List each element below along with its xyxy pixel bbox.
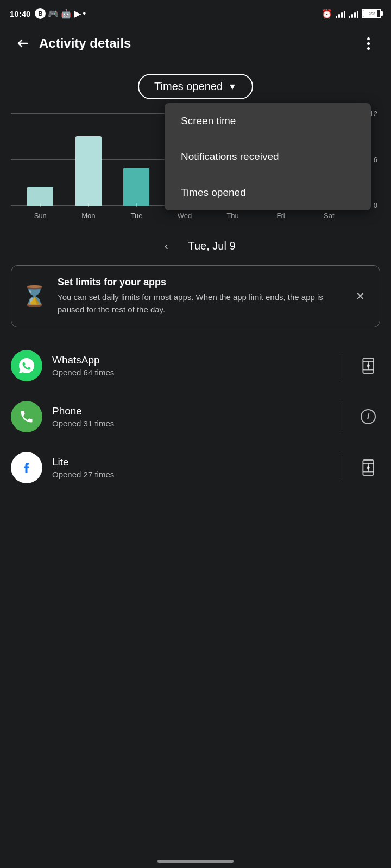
- prev-date-button[interactable]: ‹: [155, 235, 177, 257]
- x-labels: Sun Mon Tue Wed Thu Fri Sat: [11, 212, 358, 220]
- x-tick: [65, 203, 113, 207]
- signal-bars-2: [349, 9, 358, 18]
- facebook-icon: [11, 452, 42, 483]
- bar-mon: [65, 136, 113, 206]
- x-label-wed: Wed: [161, 212, 209, 220]
- x-label-thu: Thu: [209, 212, 257, 220]
- app-name: Phone: [52, 405, 327, 417]
- app-stat: Opened 64 times: [52, 368, 327, 377]
- signal-bar: [357, 11, 358, 18]
- app-limit-button[interactable]: [356, 354, 380, 378]
- app-stat: Opened 31 times: [52, 419, 327, 428]
- app-limit-button[interactable]: [356, 456, 380, 480]
- divider: [342, 403, 343, 430]
- home-indicator: [157, 860, 234, 863]
- page-title: Activity details: [39, 36, 356, 51]
- status-icons: B 🎮 🤖 ▶ •: [35, 8, 86, 19]
- battery-icon: 22: [362, 9, 381, 18]
- svg-marker-14: [367, 468, 370, 470]
- more-dot: [367, 37, 370, 40]
- svg-marker-5: [367, 363, 370, 366]
- divider: [342, 352, 343, 379]
- alarm-icon: ⏰: [321, 9, 332, 19]
- hourglass-icon: ⌛: [22, 285, 47, 308]
- dropdown-item-screen-time[interactable]: Screen time: [165, 103, 371, 139]
- selector-container: Times opened ▼ Screen time Notifications…: [0, 74, 391, 99]
- signal-bar: [351, 14, 353, 18]
- more-button[interactable]: [356, 31, 380, 55]
- x-label-tue: Tue: [112, 212, 161, 220]
- info-circle-icon: i: [361, 409, 376, 424]
- x-label-mon: Mon: [65, 212, 113, 220]
- x-label-sun: Sun: [16, 212, 65, 220]
- bar: [75, 136, 102, 206]
- divider: [342, 454, 343, 481]
- toolbar: Activity details: [0, 26, 391, 61]
- signal-bar: [338, 14, 340, 18]
- x-tick: [112, 203, 161, 207]
- bar: [27, 187, 53, 206]
- status-left: 10:40 B 🎮 🤖 ▶ •: [10, 8, 86, 19]
- more-dot: [367, 42, 370, 45]
- chevron-left-icon: ‹: [165, 240, 168, 252]
- dropdown-item-label: Times opened: [181, 187, 246, 198]
- y-label-6: 6: [374, 156, 377, 164]
- phone-icon: [11, 401, 42, 432]
- signal-bar: [349, 16, 350, 18]
- back-button[interactable]: [11, 31, 35, 55]
- list-item: Lite Opened 27 times: [0, 442, 391, 493]
- limit-content: Set limits for your apps You can set dai…: [58, 277, 340, 316]
- signal-bar: [341, 12, 343, 18]
- dropdown-item-notifications[interactable]: Notifications received: [165, 139, 371, 175]
- list-item: WhatsApp Opened 64 times: [0, 340, 391, 391]
- app-info: Lite Opened 27 times: [52, 456, 327, 479]
- youtube-icon: ▶: [74, 9, 80, 19]
- signal-bar: [344, 11, 345, 18]
- limit-description: You can set daily limits for most apps. …: [58, 291, 340, 316]
- app-info: Phone Opened 31 times: [52, 405, 327, 428]
- chevron-down-icon: ▼: [228, 82, 237, 92]
- app-info: WhatsApp Opened 64 times: [52, 354, 327, 377]
- dropdown-item-times-opened[interactable]: Times opened: [165, 175, 371, 210]
- selector-label: Times opened: [154, 80, 223, 93]
- y-label-0: 0: [374, 201, 377, 209]
- app-info-button[interactable]: i: [356, 405, 380, 429]
- app-name: WhatsApp: [52, 354, 327, 366]
- date-navigation: ‹ Tue, Jul 9: [0, 222, 391, 265]
- bar-sun: [16, 187, 65, 206]
- metric-selector[interactable]: Times opened ▼: [138, 74, 253, 99]
- app-list: WhatsApp Opened 64 times Phone Opened: [0, 340, 391, 515]
- app-name: Lite: [52, 456, 327, 468]
- bar: [123, 168, 149, 206]
- more-dot: [367, 47, 370, 50]
- limit-card: ⌛ Set limits for your apps You can set d…: [11, 265, 380, 327]
- limit-close-button[interactable]: ✕: [351, 288, 369, 305]
- whatsapp-icon: [11, 350, 42, 381]
- dropdown-item-label: Notifications received: [181, 151, 279, 162]
- b-icon: B: [35, 8, 46, 19]
- status-bar: 10:40 B 🎮 🤖 ▶ • ⏰ 22: [0, 0, 391, 26]
- svg-marker-6: [367, 366, 370, 368]
- status-right: ⏰ 22: [321, 9, 381, 19]
- svg-marker-13: [367, 465, 370, 468]
- list-item: Phone Opened 31 times i: [0, 391, 391, 442]
- x-label-fri: Fri: [257, 212, 305, 220]
- bar-tue: [112, 168, 161, 206]
- limit-title: Set limits for your apps: [58, 277, 340, 288]
- x-label-sat: Sat: [305, 212, 353, 220]
- dropdown-item-label: Screen time: [181, 115, 236, 126]
- android-icon: 🤖: [61, 9, 72, 19]
- x-tick: [16, 203, 65, 207]
- dot-icon: •: [83, 9, 86, 18]
- dropdown-menu: Screen time Notifications received Times…: [165, 103, 371, 210]
- time: 10:40: [10, 9, 30, 18]
- close-icon: ✕: [356, 290, 365, 303]
- current-date: Tue, Jul 9: [188, 240, 235, 252]
- battery-level: 22: [363, 11, 381, 16]
- signal-bar: [336, 16, 337, 18]
- signal-bar: [354, 12, 356, 18]
- signal-bars-1: [336, 9, 345, 18]
- gamepad-icon: 🎮: [48, 9, 59, 19]
- app-stat: Opened 27 times: [52, 470, 327, 479]
